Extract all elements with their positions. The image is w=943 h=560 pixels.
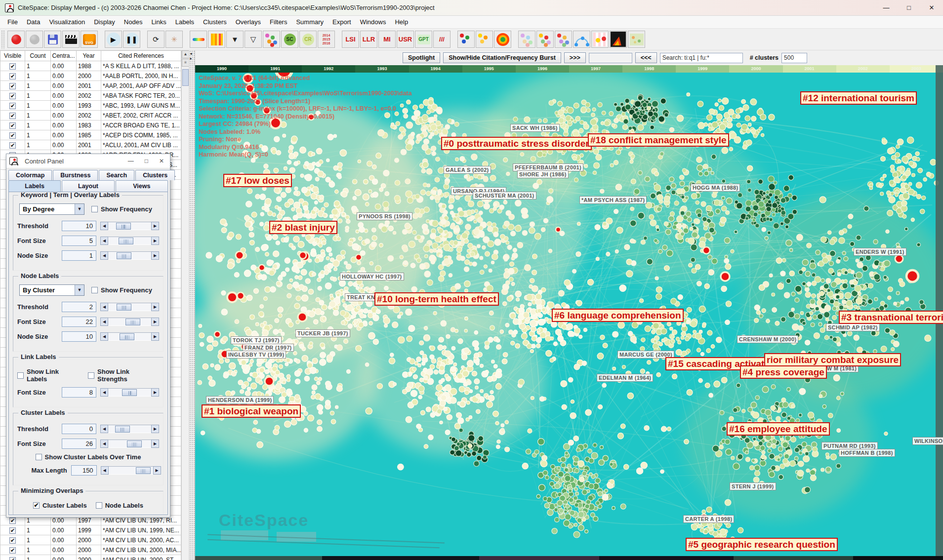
pause-button[interactable]: ❚❚ bbox=[123, 31, 140, 48]
toolbar-grip[interactable] bbox=[1, 30, 5, 49]
menu-clusters[interactable]: Clusters bbox=[199, 16, 231, 28]
slider-right-arrow-icon[interactable]: ▶ bbox=[151, 388, 159, 397]
value-field[interactable]: 1 bbox=[62, 250, 96, 261]
column-header-2[interactable]: Centra... bbox=[51, 51, 77, 61]
scrollbar-thumb[interactable] bbox=[182, 69, 189, 86]
cluster-label[interactable]: #3 transnational terrorism bbox=[839, 311, 943, 324]
node-label[interactable]: SCHMID AP (1982) bbox=[826, 323, 880, 331]
scroll-track-icon[interactable]: ≡ bbox=[182, 59, 189, 67]
table-row[interactable]: ✔10.002000*AALB PORTL, 2000, IN H... bbox=[0, 71, 181, 81]
visible-checkbox[interactable]: ✔ bbox=[9, 83, 16, 89]
play-button[interactable]: ▶ bbox=[105, 31, 122, 48]
menu-overlays[interactable]: Overlays bbox=[231, 16, 265, 28]
node-label[interactable]: INGLESBY TV (1999) bbox=[226, 351, 286, 359]
node-label[interactable]: HOLLOWAY HC (1997) bbox=[340, 273, 404, 280]
cluster-label[interactable]: #18 conflict management style bbox=[588, 133, 729, 147]
cluster-label[interactable]: #16 employee attitude bbox=[727, 422, 830, 436]
node-label[interactable]: PYNOOS RS (1998) bbox=[357, 212, 412, 220]
jump-to-field[interactable] bbox=[589, 53, 632, 63]
export-svg-button[interactable]: SVG bbox=[81, 31, 98, 48]
value-field[interactable]: 5 bbox=[62, 236, 96, 246]
sc-metric-button[interactable]: SC bbox=[281, 31, 298, 48]
slider[interactable]: ◀▶ bbox=[100, 388, 159, 397]
table-row[interactable]: ✔10.002000*AM CIV LIB UN, 2000, MIA... bbox=[0, 545, 181, 555]
visible-checkbox[interactable]: ✔ bbox=[9, 132, 16, 139]
column-header-3[interactable]: Year bbox=[77, 51, 101, 61]
search-input[interactable] bbox=[660, 53, 743, 63]
tab-labels[interactable]: Labels bbox=[8, 180, 61, 192]
slider-right-arrow-icon[interactable]: ▶ bbox=[151, 332, 159, 341]
llr-button[interactable]: LLR bbox=[360, 31, 377, 48]
slider-left-arrow-icon[interactable]: ◀ bbox=[100, 332, 108, 341]
burst-stripes-button[interactable] bbox=[591, 31, 609, 48]
scatter-pastel-button[interactable] bbox=[518, 31, 535, 48]
value-field[interactable]: 2 bbox=[62, 302, 96, 312]
scroll-up-icon[interactable]: ▲ bbox=[182, 50, 189, 58]
cluster-label[interactable]: rior military combat exposure bbox=[764, 353, 901, 366]
checkbox[interactable] bbox=[17, 372, 24, 379]
tab-burstness[interactable]: Burstness bbox=[53, 170, 98, 180]
menu-links[interactable]: Links bbox=[147, 16, 170, 28]
menu-display[interactable]: Display bbox=[89, 16, 120, 28]
slider-right-arrow-icon[interactable]: ▶ bbox=[151, 303, 159, 311]
node-label[interactable]: EDELMAN M (1964) bbox=[597, 374, 653, 382]
slider-left-arrow-icon[interactable]: ◀ bbox=[100, 440, 108, 448]
node-label[interactable]: *AM PSYCH ASS (1987) bbox=[579, 196, 647, 204]
save-image-button[interactable] bbox=[44, 31, 61, 48]
paint-splatter-button[interactable] bbox=[263, 31, 280, 48]
panel-maximize-icon[interactable]: □ bbox=[145, 158, 148, 164]
visible-checkbox[interactable]: ✔ bbox=[9, 122, 16, 129]
column-header-1[interactable]: Count bbox=[25, 51, 51, 61]
tab-clusters[interactable]: Clusters bbox=[135, 170, 175, 180]
slider-right-arrow-icon[interactable]: ▶ bbox=[151, 237, 159, 245]
checkbox[interactable] bbox=[88, 372, 94, 379]
node-label[interactable]: STERN J (1999) bbox=[730, 482, 776, 490]
usr-button[interactable]: USR bbox=[397, 31, 414, 48]
timeline-view-button[interactable] bbox=[476, 31, 493, 48]
slider[interactable]: ◀▶ bbox=[100, 332, 159, 341]
table-row[interactable]: ✔10.002000*AM CIV LIB UN, 2000, AC... bbox=[0, 535, 181, 545]
table-row[interactable]: ✔10.001985*ACEP DIS COMM, 1985, ... bbox=[0, 130, 181, 140]
menu-visualization[interactable]: Visualization bbox=[44, 16, 89, 28]
step-forward-button[interactable]: >>> bbox=[564, 52, 586, 63]
slider-left-arrow-icon[interactable]: ◀ bbox=[100, 222, 108, 230]
visible-checkbox[interactable]: ✔ bbox=[9, 63, 16, 70]
column-header-0[interactable]: Visible bbox=[0, 51, 25, 61]
table-row[interactable]: ✔10.001983*ACCR BROAD ENG TE, 1... bbox=[0, 120, 181, 130]
geo-map-button[interactable] bbox=[628, 31, 645, 48]
visible-checkbox[interactable]: ✔ bbox=[9, 518, 16, 524]
slider[interactable]: ◀▶ bbox=[100, 222, 159, 230]
menu-help[interactable]: Help bbox=[390, 16, 412, 28]
slider-right-arrow-icon[interactable]: ▶ bbox=[151, 318, 159, 326]
menu-export[interactable]: Export bbox=[328, 16, 356, 28]
node-colors-button[interactable] bbox=[536, 31, 554, 48]
table-row[interactable]: ✔10.002001*AAP, 2001, AAP OFF ADV ... bbox=[0, 81, 181, 91]
slider-left-arrow-icon[interactable]: ◀ bbox=[100, 237, 108, 245]
node-label[interactable]: TREAT KN bbox=[345, 293, 377, 301]
slider[interactable]: ◀▶ bbox=[100, 425, 159, 433]
clusters-count-field[interactable] bbox=[781, 53, 807, 63]
checkbox[interactable] bbox=[96, 502, 102, 509]
node-label[interactable]: SCHUSTER MA (2001) bbox=[473, 192, 536, 200]
slider-right-arrow-icon[interactable]: ▶ bbox=[151, 222, 159, 230]
flame-burst-button[interactable] bbox=[610, 31, 627, 48]
table-row[interactable]: ✔10.002001*ACLU, 2001, AM CIV LIB ... bbox=[0, 140, 181, 150]
value-field[interactable]: 8 bbox=[62, 387, 96, 398]
cluster-label[interactable]: #1 biological weapon bbox=[202, 404, 301, 418]
tab-views[interactable]: Views bbox=[116, 180, 168, 192]
spotlight-button[interactable]: Spotlight bbox=[403, 52, 440, 63]
node-label[interactable]: CRENSHAW M (2000) bbox=[737, 335, 798, 343]
link-walkthrough-button[interactable] bbox=[555, 31, 572, 48]
menu-filters[interactable]: Filters bbox=[265, 16, 291, 28]
network-visualization[interactable]: 1990199119921993199419951996199719981999… bbox=[195, 65, 943, 556]
filter-filled-button[interactable]: ▼ bbox=[226, 31, 244, 48]
rotate-layout-button[interactable]: ⟳ bbox=[147, 31, 164, 48]
color-grid-button[interactable] bbox=[208, 31, 225, 48]
cluster-label[interactable]: #5 geographic research question bbox=[686, 538, 838, 551]
cluster-label[interactable]: #0 posttraumatic stress disorder bbox=[441, 137, 592, 150]
value-field[interactable]: 22 bbox=[62, 317, 96, 327]
visible-checkbox[interactable]: ✔ bbox=[9, 73, 16, 80]
combo-box[interactable]: By Degree▼ bbox=[19, 203, 84, 215]
visible-checkbox[interactable]: ✔ bbox=[9, 113, 16, 119]
table-row[interactable]: ✔10.002002*ABET, 2002, CRIT ACCR ... bbox=[0, 111, 181, 120]
